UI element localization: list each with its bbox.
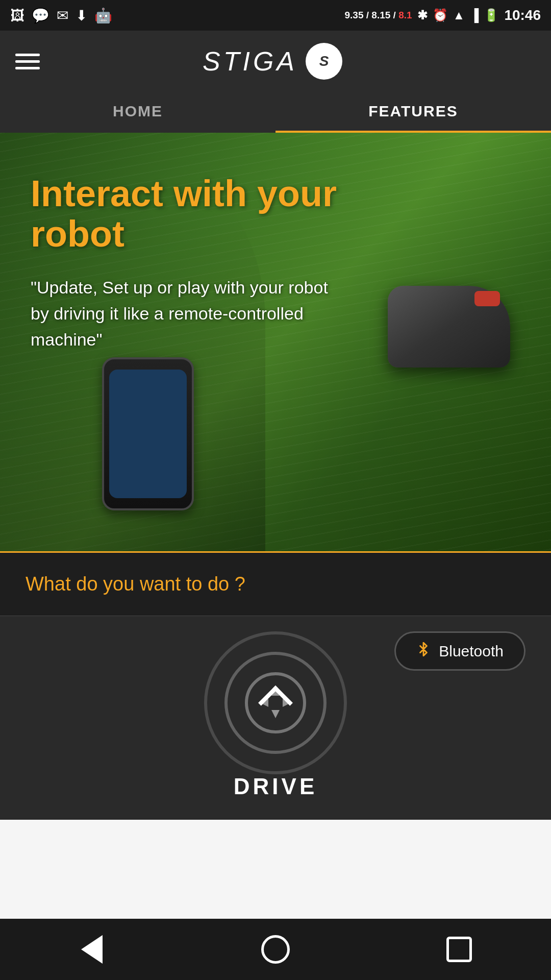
what-do-title: What do you want to do ? xyxy=(26,573,525,595)
bluetooth-status-icon: ✱ xyxy=(417,8,428,22)
drive-icon-center xyxy=(245,672,306,733)
svg-marker-2 xyxy=(260,699,268,707)
recent-apps-button[interactable] xyxy=(436,926,482,972)
whatsapp-icon: 💬 xyxy=(32,7,49,24)
hero-title: Interact with your robot xyxy=(31,174,388,254)
logo-text: STIGA xyxy=(203,46,297,77)
svg-marker-1 xyxy=(271,710,280,718)
status-bar-icons: 🖼 💬 ✉ ⬇ 🤖 xyxy=(10,7,112,24)
clock: 10:46 xyxy=(504,7,541,23)
recent-apps-icon xyxy=(446,937,472,962)
hero-subtitle: "Update, Set up or play with your robot … xyxy=(31,275,337,353)
bottom-nav-bar xyxy=(0,919,551,980)
phone-hand-decoration xyxy=(102,357,194,510)
drive-section: Bluetooth DRIVE xyxy=(0,616,551,820)
status-bar-system: 9.35 / 8.15 / 8.1 ✱ ⏰ ▲ ▐ 🔋 10:46 xyxy=(345,7,541,23)
bluetooth-label: Bluetooth xyxy=(439,643,504,660)
download-icon: ⬇ xyxy=(76,7,87,24)
tab-features[interactable]: FEATURES xyxy=(276,92,551,133)
drive-label: DRIVE xyxy=(234,774,317,799)
logo-icon: S xyxy=(306,43,342,80)
app-logo: STIGA S xyxy=(203,43,342,80)
bluetooth-icon xyxy=(416,642,431,660)
home-button[interactable] xyxy=(253,926,298,972)
gallery-icon: 🖼 xyxy=(10,7,24,24)
svg-marker-3 xyxy=(283,699,291,707)
robot-mower-image xyxy=(388,286,510,368)
menu-line-2 xyxy=(15,60,40,63)
hero-section: Interact with your robot "Update, Set up… xyxy=(0,133,551,551)
alarm-icon: ⏰ xyxy=(433,8,448,22)
menu-line-3 xyxy=(15,67,40,69)
version-info: 9.35 / 8.15 / 8.1 xyxy=(345,10,412,21)
svg-marker-0 xyxy=(271,688,280,696)
drive-icon xyxy=(204,631,347,774)
android-icon: 🤖 xyxy=(94,7,112,24)
battery-icon: 🔋 xyxy=(484,8,499,22)
back-arrow-icon xyxy=(81,935,103,964)
tab-bar: HOME FEATURES xyxy=(0,92,551,133)
gmail-icon: ✉ xyxy=(57,7,68,24)
back-button[interactable] xyxy=(69,926,115,972)
what-section: What do you want to do ? xyxy=(0,551,551,616)
signal-icon: ▐ xyxy=(470,8,479,22)
wifi-icon: ▲ xyxy=(453,8,465,22)
bluetooth-button[interactable]: Bluetooth xyxy=(394,631,525,671)
drive-icon-inner xyxy=(224,652,327,754)
top-nav-bar: STIGA S xyxy=(0,31,551,92)
home-circle-icon xyxy=(261,935,290,964)
status-bar: 🖼 💬 ✉ ⬇ 🤖 9.35 / 8.15 / 8.1 ✱ ⏰ ▲ ▐ 🔋 10… xyxy=(0,0,551,31)
tab-home[interactable]: HOME xyxy=(0,92,276,133)
menu-line-1 xyxy=(15,54,40,56)
hamburger-menu-button[interactable] xyxy=(15,54,40,69)
